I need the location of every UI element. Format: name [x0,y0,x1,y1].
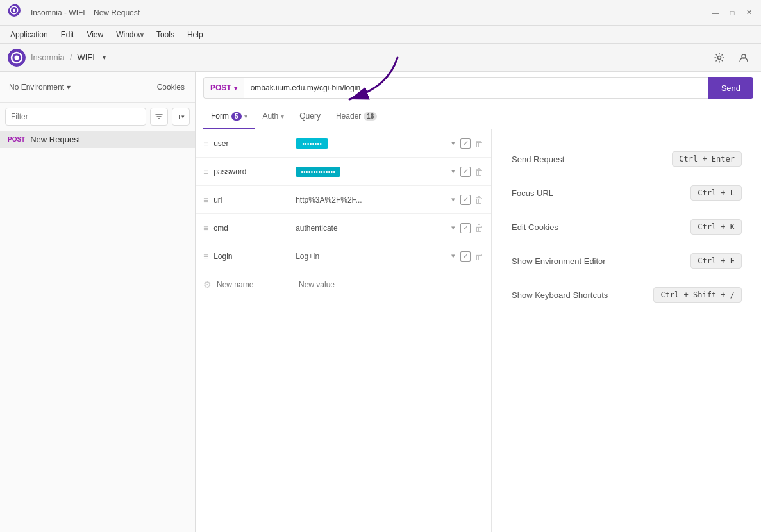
new-row-settings-icon: ⚙ [203,279,212,290]
new-name-input[interactable] [217,280,294,289]
menu-bar: Application Edit View Window Tools Help [0,26,761,44]
url-input[interactable] [244,77,708,99]
drag-handle-login[interactable]: ≡ [203,251,208,262]
tab-form-dropdown[interactable]: ▾ [244,113,247,120]
menu-application[interactable]: Application [5,28,53,41]
menu-view[interactable]: View [81,28,108,41]
row-dropdown-url[interactable]: ▾ [450,194,456,205]
maximize-button[interactable]: □ [728,8,737,17]
row-check-user[interactable]: ✓ [460,138,471,149]
request-item[interactable]: POST New Request [0,131,195,148]
tab-auth[interactable]: Auth ▾ [255,104,292,129]
field-name-password: password [213,167,290,176]
drag-handle-url[interactable]: ≡ [203,195,208,205]
send-button[interactable]: Send [708,77,753,99]
menu-tools[interactable]: Tools [151,28,180,41]
shortcut-row-send: Send Request Ctrl + Enter [512,142,742,176]
row-dropdown-login[interactable]: ▾ [450,251,456,262]
app-logo-breadcrumb [8,49,26,67]
row-check-login[interactable]: ✓ [460,251,471,262]
settings-button[interactable] [710,48,729,67]
form-pane: ≡ user •••••••• ▾ ✓ 🗑 ≡ password [196,129,492,532]
field-name-login: Login [213,252,290,261]
method-label: POST [210,83,231,92]
drag-handle-password[interactable]: ≡ [203,167,208,177]
row-actions-login: ▾ ✓ 🗑 [450,251,483,262]
window-title: Insomnia - WIFI – New Request [31,8,711,17]
svg-point-6 [718,56,721,59]
user-icon [739,53,749,63]
shortcut-row-keyboard: Show Keyboard Shortcuts Ctrl + Shift + / [512,278,742,312]
shortcut-row-cookies: Edit Cookies Ctrl + K [512,210,742,244]
environment-selector[interactable]: No Environment ▾ [5,80,74,94]
row-check-cmd[interactable]: ✓ [460,223,471,233]
sidebar-toolbar: No Environment ▾ Cookies [0,72,195,103]
env-dropdown-icon: ▾ [67,83,71,92]
sort-button[interactable] [150,108,168,126]
shortcut-label-keyboard: Show Keyboard Shortcuts [512,290,608,300]
shortcut-row-env: Show Environment Editor Ctrl + E [512,244,742,278]
row-delete-user[interactable]: 🗑 [474,138,483,149]
row-check-url[interactable]: ✓ [460,195,471,205]
env-label: No Environment [9,83,64,92]
row-delete-cmd[interactable]: 🗑 [474,223,483,233]
drag-handle-cmd[interactable]: ≡ [203,223,208,233]
method-selector[interactable]: POST ▾ [203,77,244,99]
tab-header-badge: 16 [364,112,377,121]
minimize-button[interactable]: — [711,8,720,17]
shortcut-keys-url: Ctrl + L [690,185,742,201]
field-value-password: •••••••••••••• [296,167,340,177]
shortcut-label-env: Show Environment Editor [512,256,606,266]
request-name: New Request [30,135,80,144]
menu-help[interactable]: Help [182,28,208,41]
row-dropdown-user[interactable]: ▾ [450,138,456,149]
form-row-user: ≡ user •••••••• ▾ ✓ 🗑 [196,129,491,158]
shortcut-keys-cookies: Ctrl + K [690,219,742,235]
svg-point-2 [13,8,15,11]
tab-form-label: Form [211,112,229,121]
title-bar: Insomnia - WIFI – New Request — □ ✕ [0,0,761,26]
shortcut-label-url: Focus URL [512,188,553,198]
row-delete-password[interactable]: 🗑 [474,167,483,177]
add-request-button[interactable]: + ▾ [172,108,190,126]
gear-icon [714,53,724,63]
sort-icon [155,112,163,121]
chevron-icon: ▾ [181,113,185,120]
tab-auth-label: Auth [263,112,279,121]
row-delete-login[interactable]: 🗑 [474,251,483,262]
tab-query[interactable]: Query [292,104,328,129]
breadcrumb-workspace[interactable]: WIFI [77,53,94,62]
row-dropdown-password[interactable]: ▾ [450,166,456,177]
row-dropdown-cmd[interactable]: ▾ [450,222,456,233]
user-button[interactable] [734,48,753,67]
form-area: ≡ user •••••••• ▾ ✓ 🗑 ≡ password [196,129,491,532]
tab-header[interactable]: Header 16 [328,104,385,129]
menu-window[interactable]: Window [111,28,149,41]
field-value-login: Log+In [296,252,319,261]
tab-query-label: Query [299,112,321,121]
filter-bar: + ▾ [0,103,195,131]
form-row-login: ≡ Login Log+In ▾ ✓ 🗑 [196,242,491,270]
shortcut-keys-env: Ctrl + E [690,253,742,269]
row-check-password[interactable]: ✓ [460,167,471,177]
menu-edit[interactable]: Edit [56,28,79,41]
svg-point-5 [15,55,19,60]
breadcrumb-bar: Insomnia / WIFI ▾ [0,44,761,72]
tab-form-badge: 5 [231,112,242,121]
cookies-button[interactable]: Cookies [152,80,190,94]
tab-header-label: Header [336,112,361,121]
shortcut-label-cookies: Edit Cookies [512,222,558,232]
close-button[interactable]: ✕ [744,8,753,17]
tab-bar: Form 5 ▾ Auth ▾ Query Header 16 [196,104,761,129]
drag-handle-user[interactable]: ≡ [203,138,208,149]
workspace-dropdown-button[interactable]: ▾ [100,53,108,62]
tab-form[interactable]: Form 5 ▾ [203,104,255,129]
field-name-user: user [213,139,290,148]
row-delete-url[interactable]: 🗑 [474,195,483,205]
breadcrumb-app: Insomnia [31,53,65,62]
field-name-url: url [213,195,290,204]
filter-input[interactable] [5,108,146,126]
new-value-input[interactable] [299,280,483,289]
form-row-cmd: ≡ cmd authenticate ▾ ✓ 🗑 [196,214,491,242]
tab-auth-dropdown[interactable]: ▾ [281,113,284,120]
